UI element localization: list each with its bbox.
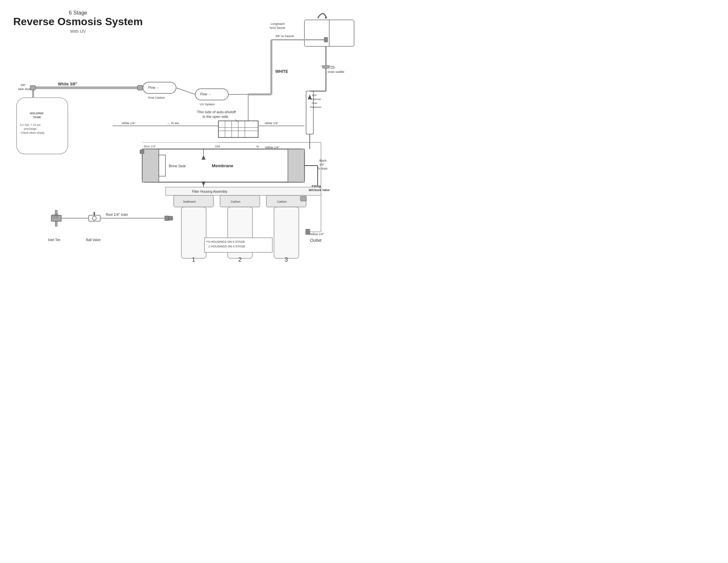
svg-rect-125 [30, 85, 35, 90]
svg-text:Is the open side: Is the open side [203, 115, 228, 118]
svg-text:Filter Housing Assembly: Filter Housing Assembly [192, 190, 227, 193]
svg-rect-33 [274, 207, 299, 258]
svg-rect-25 [288, 149, 304, 182]
svg-text:420: 420 [312, 94, 317, 97]
svg-text:White 1/4": White 1/4" [122, 121, 135, 125]
svg-point-42 [92, 216, 96, 220]
svg-rect-36 [55, 221, 57, 226]
svg-text:Check when empty: Check when empty [21, 131, 45, 134]
svg-rect-127 [140, 150, 144, 154]
svg-text:Black: Black [319, 159, 327, 162]
svg-text:In: In [256, 145, 259, 148]
svg-text:Inlet Tee: Inlet Tee [48, 238, 61, 242]
svg-text:WHITE: WHITE [275, 69, 288, 74]
svg-text:Sediment: Sediment [183, 200, 196, 203]
svg-text:Yellow 1/4": Yellow 1/4" [309, 232, 324, 236]
svg-text:Brine Seal: Brine Seal [169, 164, 186, 168]
svg-text:3/8" to Faucet: 3/8" to Faucet [275, 34, 294, 38]
svg-text:Ball Valve: Ball Valve [86, 238, 101, 242]
svg-text:**3 HOUSINGS ON 5 STAGE: **3 HOUSINGS ON 5 STAGE [206, 240, 245, 243]
diagram: 6 Stage Reverse Osmosis System With UV F… [0, 0, 364, 282]
svg-text:Yellow 1/4": Yellow 1/4" [265, 146, 279, 149]
svg-text:TANK: TANK [33, 116, 41, 119]
svg-rect-65 [323, 66, 329, 68]
svg-rect-69 [324, 37, 328, 42]
svg-text:Fitting: Fitting [312, 184, 321, 188]
svg-text:Membrane: Membrane [212, 163, 233, 168]
svg-text:UV System: UV System [200, 103, 215, 106]
svg-text:Outlet: Outlet [310, 238, 322, 243]
svg-rect-24 [142, 149, 159, 182]
svg-text:2: 2 [238, 256, 242, 263]
svg-text:Longreach: Longreach [271, 22, 285, 25]
svg-text:1: 1 [192, 256, 195, 263]
svg-text:Post Carbon: Post Carbon [148, 96, 165, 99]
svg-text:To drain: To drain [317, 167, 328, 170]
svg-text:HOLDING: HOLDING [30, 112, 44, 115]
svg-rect-129 [300, 196, 306, 201]
svg-rect-26 [159, 155, 165, 176]
svg-text:1/4": 1/4" [330, 66, 336, 70]
svg-text:← To tee .: ← To tee . [167, 121, 181, 125]
svg-text:1/4": 1/4" [319, 163, 325, 166]
svg-rect-2 [143, 82, 176, 93]
svg-text:NAG faucet: NAG faucet [270, 26, 285, 29]
svg-text:W/Check Valve: W/Check Valve [309, 188, 330, 192]
svg-rect-128 [169, 216, 173, 220]
svg-rect-46 [165, 216, 169, 220]
svg-text:Carbon: Carbon [231, 200, 241, 203]
svg-rect-43 [94, 212, 95, 215]
svg-point-62 [325, 17, 327, 19]
svg-text:This side of auto-shutoff: This side of auto-shutoff [197, 110, 236, 114]
svg-text:Red 1/4" Inlet: Red 1/4" Inlet [106, 212, 128, 216]
svg-text:3/8": 3/8" [21, 83, 26, 87]
schematic-svg: Flow → Flow → Blue 1/4" [0, 0, 364, 282]
svg-rect-31 [181, 207, 206, 258]
svg-text:White 1/4": White 1/4" [265, 121, 278, 125]
svg-text:Flow →: Flow → [148, 86, 159, 89]
svg-rect-27 [165, 187, 321, 195]
svg-text:External: External [311, 98, 321, 101]
svg-line-6 [176, 88, 195, 94]
svg-text:3: 3 [285, 256, 288, 263]
svg-text:Restrictor: Restrictor [310, 106, 322, 109]
svg-text:3.2 Gal. 7-10 psi: 3.2 Gal. 7-10 psi [20, 123, 40, 126]
svg-rect-126 [137, 85, 143, 90]
svg-text:Flow →: Flow → [200, 92, 211, 96]
svg-text:Carbon: Carbon [277, 200, 287, 203]
svg-text:2 HOUSINGS ON 4 STAGE: 2 HOUSINGS ON 4 STAGE [208, 245, 245, 248]
svg-text:Out: Out [215, 145, 220, 148]
svg-text:White  3/8": White 3/8" [58, 82, 77, 86]
svg-text:Drain saddle: Drain saddle [328, 70, 344, 73]
svg-text:Flow: Flow [312, 102, 317, 105]
svg-text:Blue 1/4": Blue 1/4" [144, 145, 156, 148]
svg-text:precharge: precharge [24, 127, 37, 130]
